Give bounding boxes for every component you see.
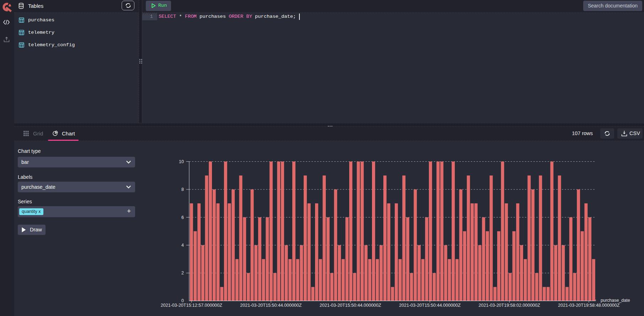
svg-text:4: 4	[181, 243, 184, 248]
svg-text:0: 0	[181, 298, 184, 303]
svg-text:6: 6	[181, 215, 184, 220]
svg-text:2021-03-20T15:12:57.000000Z: 2021-03-20T15:12:57.000000Z	[161, 303, 222, 308]
svg-text:10: 10	[179, 159, 184, 164]
svg-text:2021-03-20T15:50:44.000000Z: 2021-03-20T15:50:44.000000Z	[399, 303, 461, 308]
svg-text:purchase_date: purchase_date	[601, 298, 630, 303]
svg-text:2: 2	[181, 271, 184, 275]
svg-text:2021-03-20T19:58:48.000000Z: 2021-03-20T19:58:48.000000Z	[558, 303, 619, 308]
svg-text:2021-03-20T15:50:44.000000Z: 2021-03-20T15:50:44.000000Z	[320, 303, 381, 308]
svg-text:2021-03-20T19:58:02.000000Z: 2021-03-20T19:58:02.000000Z	[479, 303, 540, 308]
svg-text:2021-03-20T15:50:44.000000Z: 2021-03-20T15:50:44.000000Z	[240, 303, 302, 308]
svg-text:8: 8	[181, 187, 184, 192]
